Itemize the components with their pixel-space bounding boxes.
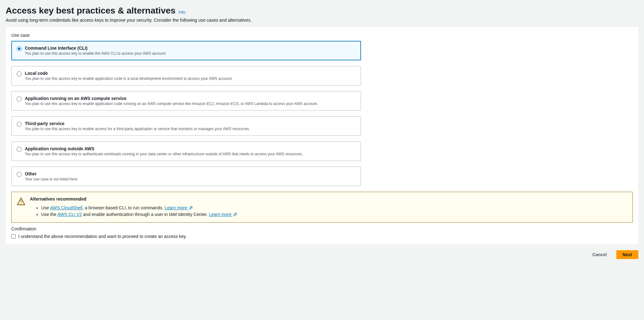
- option-desc: You plan to use this access key to enabl…: [25, 102, 318, 106]
- option-title: Command Line Interface (CLI): [25, 46, 166, 51]
- radio-icon: [17, 147, 22, 152]
- cloudshell-link[interactable]: AWS CloudShell: [50, 205, 82, 210]
- alert-item-2: Use the AWS CLI V2 and enable authentica…: [41, 211, 237, 218]
- option-title: Other: [25, 171, 78, 176]
- learn-more-cli-link[interactable]: Learn more: [209, 212, 237, 217]
- confirmation-text: I understand the above recommendation an…: [18, 234, 187, 239]
- usecase-option-4[interactable]: Application running outside AWSYou plan …: [11, 141, 361, 161]
- learn-more-cloudshell-link[interactable]: Learn more: [164, 205, 192, 210]
- info-link[interactable]: Info: [179, 10, 186, 14]
- cancel-button[interactable]: Cancel: [586, 250, 613, 259]
- radio-icon: [17, 71, 22, 76]
- alert-title: Alternatives recommended: [30, 196, 237, 201]
- usecase-option-2[interactable]: Application running on an AWS compute se…: [11, 91, 361, 111]
- radio-icon: [17, 122, 22, 127]
- page-subtitle: Avoid using long-term credentials like a…: [6, 18, 638, 23]
- radio-icon: [17, 97, 22, 102]
- confirmation-label: Confirmation: [11, 226, 633, 231]
- option-desc: You plan to use this access key to enabl…: [25, 127, 250, 131]
- option-title: Application running outside AWS: [25, 146, 303, 151]
- warning-icon: [17, 197, 25, 206]
- page-title: Access key best practices & alternatives: [6, 6, 175, 15]
- usecase-option-1[interactable]: Local codeYou plan to use this access ke…: [11, 66, 361, 86]
- usecase-option-5[interactable]: OtherYour use case is not listed here.: [11, 167, 361, 186]
- option-title: Third-party service: [25, 121, 250, 126]
- radio-icon: [17, 172, 22, 177]
- option-desc: You plan to use this access key to authe…: [25, 152, 303, 156]
- radio-icon: [17, 46, 22, 51]
- option-title: Local code: [25, 71, 233, 76]
- usecase-label: Use case: [11, 33, 633, 38]
- alert-item-1: Use AWS CloudShell, a browser-based CLI,…: [41, 205, 237, 211]
- usecase-option-0[interactable]: Command Line Interface (CLI)You plan to …: [11, 41, 361, 60]
- next-button[interactable]: Next: [616, 250, 638, 259]
- confirmation-checkbox[interactable]: [11, 234, 16, 239]
- option-title: Application running on an AWS compute se…: [25, 96, 318, 101]
- option-desc: You plan to use this access key to enabl…: [25, 51, 166, 56]
- cli-v2-link[interactable]: AWS CLI V2: [57, 212, 82, 217]
- external-link-icon: [189, 206, 193, 210]
- usecase-option-3[interactable]: Third-party serviceYou plan to use this …: [11, 116, 361, 136]
- alternatives-alert: Alternatives recommended Use AWS CloudSh…: [11, 192, 633, 223]
- external-link-icon: [233, 212, 237, 216]
- option-desc: Your use case is not listed here.: [25, 177, 78, 181]
- option-desc: You plan to use this access key to enabl…: [25, 76, 233, 81]
- main-card: Use case Command Line Interface (CLI)You…: [6, 27, 638, 245]
- confirmation-checkbox-row[interactable]: I understand the above recommendation an…: [11, 234, 633, 239]
- svg-point-1: [21, 203, 22, 204]
